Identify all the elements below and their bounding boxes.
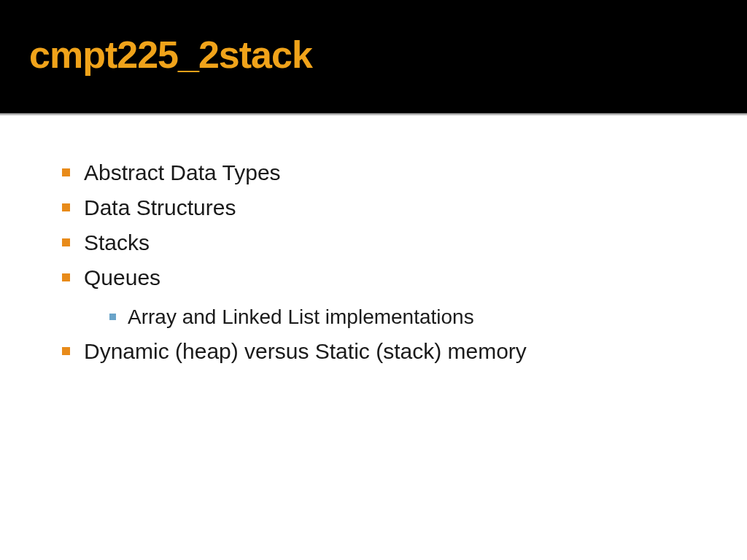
list-item-text: Queues bbox=[84, 265, 160, 289]
sub-list-item-text: Array and Linked List implementations bbox=[128, 306, 474, 328]
list-item: Stacks bbox=[55, 225, 703, 260]
list-item-text: Dynamic (heap) versus Static (stack) mem… bbox=[84, 339, 527, 363]
sub-list: Array and Linked List implementations bbox=[102, 301, 703, 334]
list-item-text: Stacks bbox=[84, 230, 150, 254]
list-item-text: Data Structures bbox=[84, 195, 236, 219]
slide-title: cmpt225_2stack bbox=[29, 33, 312, 77]
list-item: Dynamic (heap) versus Static (stack) mem… bbox=[55, 334, 703, 369]
slide-content: Abstract Data Types Data Structures Stac… bbox=[0, 115, 747, 369]
bullet-list: Abstract Data Types Data Structures Stac… bbox=[55, 155, 703, 369]
title-bar: cmpt225_2stack bbox=[0, 0, 747, 113]
list-item: Queues Array and Linked List implementat… bbox=[55, 260, 703, 334]
sub-list-item: Array and Linked List implementations bbox=[102, 301, 703, 334]
list-item: Abstract Data Types bbox=[55, 155, 703, 190]
list-item-text: Abstract Data Types bbox=[84, 160, 281, 184]
list-item: Data Structures bbox=[55, 190, 703, 225]
